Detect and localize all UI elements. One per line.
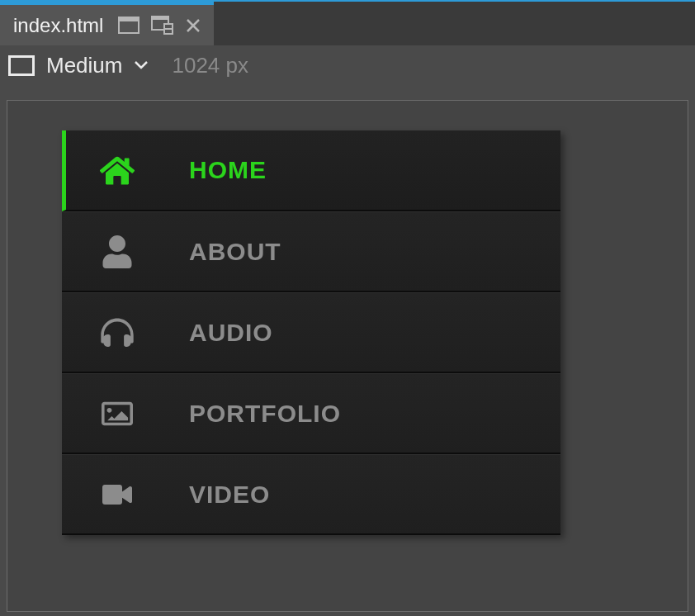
menu-item-label: HOME (189, 156, 267, 184)
viewport-icon (8, 55, 35, 76)
tabbar: index.html (0, 0, 695, 45)
design-canvas[interactable]: HOMEABOUTAUDIOPORTFOLIOVIDEO (7, 100, 688, 612)
video-icon (100, 477, 135, 512)
menu-item-home[interactable]: HOME (62, 130, 560, 211)
menu-item-portfolio[interactable]: PORTFOLIO (62, 373, 560, 454)
svg-rect-9 (10, 56, 34, 74)
chevron-down-icon[interactable] (134, 60, 149, 70)
tab-controls (118, 16, 201, 36)
canvas-wrap: HOMEABOUTAUDIOPORTFOLIOVIDEO (0, 85, 695, 612)
menu-item-label: VIDEO (189, 481, 270, 509)
user-icon (100, 235, 135, 269)
nav-menu: HOMEABOUTAUDIOPORTFOLIOVIDEO (62, 130, 560, 535)
file-tab-label: index.html (13, 14, 103, 37)
menu-item-about[interactable]: ABOUT (62, 211, 560, 292)
breakpoint-width: 1024 px (172, 53, 248, 78)
preview-icon[interactable] (118, 17, 139, 34)
image-icon (100, 396, 135, 431)
svg-rect-1 (119, 17, 139, 21)
svg-rect-3 (152, 17, 168, 20)
home-icon (100, 153, 135, 187)
responsive-preview-icon[interactable] (151, 16, 174, 36)
menu-item-label: ABOUT (189, 238, 281, 266)
menu-item-audio[interactable]: AUDIO (62, 292, 560, 373)
headphones-icon (100, 315, 135, 350)
file-tab[interactable]: index.html (0, 2, 214, 45)
menu-item-video[interactable]: VIDEO (62, 454, 560, 535)
menu-item-label: PORTFOLIO (189, 400, 341, 428)
close-icon[interactable] (186, 18, 201, 33)
menu-item-label: AUDIO (189, 319, 273, 347)
breakpoint-label[interactable]: Medium (46, 53, 122, 78)
breakpoint-bar: Medium 1024 px (0, 45, 695, 85)
